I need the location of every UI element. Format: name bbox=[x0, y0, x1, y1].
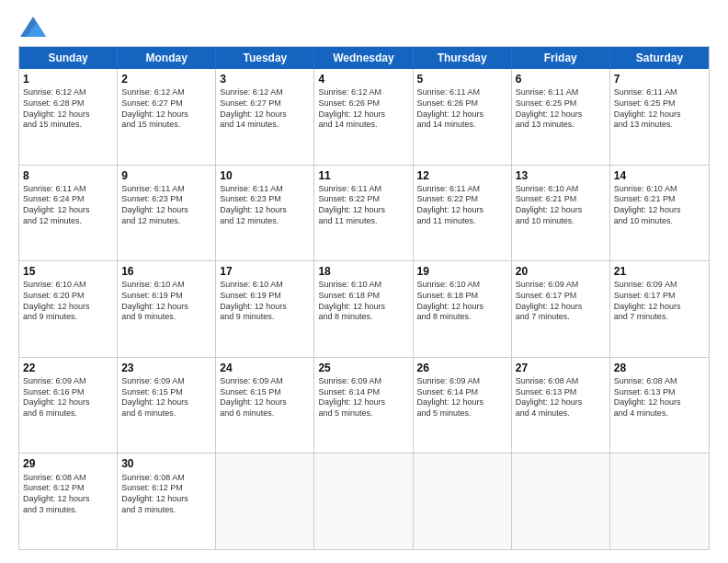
day-info: Daylight: 12 hours bbox=[417, 302, 507, 313]
day-info: Sunset: 6:27 PM bbox=[220, 98, 310, 109]
day-info: Sunset: 6:18 PM bbox=[417, 291, 507, 302]
day-info: Sunrise: 6:11 AM bbox=[318, 184, 408, 195]
day-info: Daylight: 12 hours bbox=[318, 397, 408, 408]
table-row: 11Sunrise: 6:11 AMSunset: 6:22 PMDayligh… bbox=[314, 166, 413, 261]
day-info: Sunrise: 6:09 AM bbox=[220, 376, 310, 387]
day-info: and 14 minutes. bbox=[417, 120, 507, 131]
day-number: 29 bbox=[23, 456, 113, 471]
day-info: Sunrise: 6:12 AM bbox=[220, 87, 310, 98]
day-info: Daylight: 12 hours bbox=[220, 397, 310, 408]
day-info: Sunrise: 6:08 AM bbox=[23, 473, 113, 484]
header-sunday: Sunday bbox=[19, 47, 118, 69]
day-info: and 6 minutes. bbox=[121, 408, 211, 419]
day-info: and 8 minutes. bbox=[318, 312, 408, 323]
day-info: Sunrise: 6:12 AM bbox=[121, 87, 211, 98]
day-info: Sunrise: 6:11 AM bbox=[23, 184, 113, 195]
day-info: Sunrise: 6:12 AM bbox=[23, 87, 113, 98]
day-info: Sunrise: 6:11 AM bbox=[417, 184, 507, 195]
header-monday: Monday bbox=[118, 47, 216, 69]
day-info: Sunrise: 6:09 AM bbox=[121, 376, 211, 387]
day-info: Sunset: 6:25 PM bbox=[516, 98, 606, 109]
day-number: 22 bbox=[23, 361, 113, 375]
day-info: and 6 minutes. bbox=[220, 408, 310, 419]
day-info: and 6 minutes. bbox=[23, 408, 113, 419]
day-info: Sunset: 6:14 PM bbox=[318, 387, 408, 398]
day-info: Sunrise: 6:09 AM bbox=[614, 280, 705, 291]
day-info: Sunset: 6:20 PM bbox=[23, 291, 113, 302]
table-row: 16Sunrise: 6:10 AMSunset: 6:19 PMDayligh… bbox=[118, 261, 216, 357]
table-row: 18Sunrise: 6:10 AMSunset: 6:18 PMDayligh… bbox=[314, 261, 413, 357]
day-info: and 14 minutes. bbox=[220, 120, 310, 131]
day-info: Sunset: 6:18 PM bbox=[318, 291, 408, 302]
day-info: Daylight: 12 hours bbox=[318, 205, 408, 216]
day-number: 25 bbox=[318, 361, 408, 375]
day-number: 4 bbox=[318, 72, 408, 86]
calendar-body: 1Sunrise: 6:12 AMSunset: 6:28 PMDaylight… bbox=[19, 69, 709, 549]
header-saturday: Saturday bbox=[610, 47, 709, 69]
header-friday: Friday bbox=[512, 47, 610, 69]
day-info: and 8 minutes. bbox=[417, 312, 507, 323]
table-row: 20Sunrise: 6:09 AMSunset: 6:17 PMDayligh… bbox=[512, 261, 610, 357]
day-number: 20 bbox=[516, 264, 606, 279]
day-info: and 15 minutes. bbox=[23, 120, 113, 131]
day-info: Daylight: 12 hours bbox=[516, 205, 606, 216]
day-number: 5 bbox=[417, 72, 507, 86]
day-info: Sunrise: 6:10 AM bbox=[23, 280, 113, 291]
day-info: Daylight: 12 hours bbox=[23, 397, 113, 408]
day-info: and 9 minutes. bbox=[23, 312, 113, 323]
day-info: and 12 minutes. bbox=[23, 216, 113, 227]
day-number: 9 bbox=[121, 168, 211, 183]
day-info: Sunset: 6:13 PM bbox=[516, 387, 606, 398]
day-number: 12 bbox=[417, 168, 507, 183]
day-number: 30 bbox=[121, 456, 211, 471]
day-number: 26 bbox=[417, 361, 507, 375]
table-row: 25Sunrise: 6:09 AMSunset: 6:14 PMDayligh… bbox=[314, 358, 413, 454]
calendar-row: 8Sunrise: 6:11 AMSunset: 6:24 PMDaylight… bbox=[19, 165, 709, 261]
table-row: 7Sunrise: 6:11 AMSunset: 6:25 PMDaylight… bbox=[610, 69, 709, 165]
calendar-row: 22Sunrise: 6:09 AMSunset: 6:16 PMDayligh… bbox=[19, 357, 709, 454]
day-info: Sunset: 6:12 PM bbox=[23, 483, 113, 494]
day-info: and 7 minutes. bbox=[614, 312, 705, 323]
day-number: 27 bbox=[516, 361, 606, 375]
day-info: Sunset: 6:14 PM bbox=[417, 387, 507, 398]
day-info: Sunset: 6:21 PM bbox=[516, 194, 606, 205]
day-info: and 4 minutes. bbox=[516, 408, 606, 419]
day-number: 24 bbox=[220, 361, 310, 375]
day-info: Daylight: 12 hours bbox=[417, 205, 507, 216]
table-row: 8Sunrise: 6:11 AMSunset: 6:24 PMDaylight… bbox=[19, 166, 118, 261]
day-info: Sunset: 6:13 PM bbox=[614, 387, 705, 398]
day-info: Daylight: 12 hours bbox=[23, 205, 113, 216]
table-row: 29Sunrise: 6:08 AMSunset: 6:12 PMDayligh… bbox=[19, 454, 118, 549]
table-row bbox=[216, 454, 314, 549]
day-info: Sunset: 6:28 PM bbox=[23, 98, 113, 109]
day-info: Sunset: 6:12 PM bbox=[121, 483, 211, 494]
day-number: 11 bbox=[318, 168, 408, 183]
day-number: 15 bbox=[23, 264, 113, 279]
table-row: 3Sunrise: 6:12 AMSunset: 6:27 PMDaylight… bbox=[216, 69, 314, 165]
day-number: 10 bbox=[220, 168, 310, 183]
day-info: Sunrise: 6:10 AM bbox=[614, 184, 705, 195]
day-info: Sunset: 6:19 PM bbox=[121, 291, 211, 302]
day-number: 8 bbox=[23, 168, 113, 183]
day-info: Daylight: 12 hours bbox=[516, 397, 606, 408]
table-row: 10Sunrise: 6:11 AMSunset: 6:23 PMDayligh… bbox=[216, 166, 314, 261]
day-info: Daylight: 12 hours bbox=[23, 494, 113, 505]
day-info: Sunset: 6:19 PM bbox=[220, 291, 310, 302]
day-number: 21 bbox=[614, 264, 705, 279]
page: Sunday Monday Tuesday Wednesday Thursday… bbox=[0, 0, 728, 563]
day-info: and 9 minutes. bbox=[121, 312, 211, 323]
day-info: Sunrise: 6:08 AM bbox=[121, 473, 211, 484]
day-info: and 12 minutes. bbox=[121, 216, 211, 227]
table-row: 1Sunrise: 6:12 AMSunset: 6:28 PMDaylight… bbox=[19, 69, 118, 165]
day-info: Daylight: 12 hours bbox=[614, 109, 705, 121]
table-row bbox=[512, 454, 610, 549]
calendar-row: 1Sunrise: 6:12 AMSunset: 6:28 PMDaylight… bbox=[19, 69, 709, 165]
header-thursday: Thursday bbox=[414, 47, 512, 69]
header-wednesday: Wednesday bbox=[314, 47, 413, 69]
day-info: Sunrise: 6:11 AM bbox=[417, 87, 507, 98]
table-row: 21Sunrise: 6:09 AMSunset: 6:17 PMDayligh… bbox=[610, 261, 709, 357]
day-info: Daylight: 12 hours bbox=[318, 109, 408, 121]
day-info: Daylight: 12 hours bbox=[121, 302, 211, 313]
day-info: Sunset: 6:15 PM bbox=[121, 387, 211, 398]
table-row: 9Sunrise: 6:11 AMSunset: 6:23 PMDaylight… bbox=[118, 166, 216, 261]
